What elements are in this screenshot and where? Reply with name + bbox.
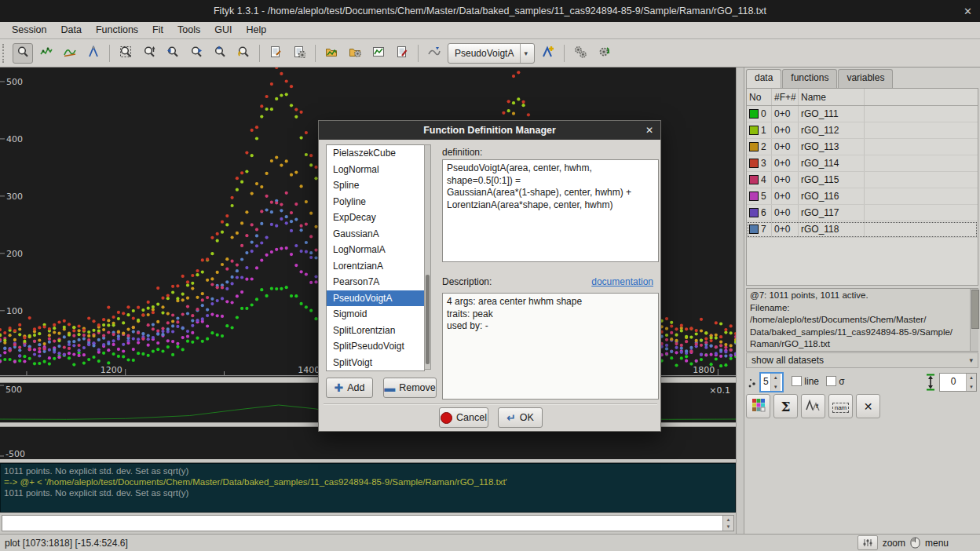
menu-fit[interactable]: Fit xyxy=(145,22,170,38)
checkbox-icon[interactable] xyxy=(826,376,836,386)
menu-data[interactable]: Data xyxy=(53,22,88,38)
close-panel-icon: ✕ xyxy=(864,400,873,413)
function-list-item[interactable]: SplitLorentzian xyxy=(327,323,424,339)
remove-button[interactable]: ▬Remove xyxy=(383,378,437,398)
save-plot-button[interactable] xyxy=(368,43,389,64)
session-settings-button[interactable] xyxy=(289,43,309,64)
dataset-color-swatch[interactable] xyxy=(749,208,759,217)
dataset-color-swatch[interactable] xyxy=(749,142,759,151)
run-fit-button[interactable] xyxy=(570,43,591,64)
function-type-combobox[interactable]: PseudoVoigtA ▾ xyxy=(448,43,535,64)
point-size-spinner[interactable]: 5 ▲▼ xyxy=(760,373,783,392)
function-list-item[interactable]: PielaszekCube xyxy=(327,145,424,162)
zoom-vertical-button[interactable] xyxy=(139,43,159,64)
dialog-title-bar[interactable]: Function Definition Manager ✕ xyxy=(319,121,660,140)
menu-tools[interactable]: Tools xyxy=(170,22,207,38)
open-data-button[interactable] xyxy=(321,43,342,64)
mode-add-peak-button[interactable] xyxy=(83,43,104,64)
tab-functions[interactable]: functions xyxy=(782,69,837,88)
table-row[interactable]: 10+0rGO_112 xyxy=(747,122,978,139)
sum-button[interactable]: Σ xyxy=(773,394,798,418)
function-list-item[interactable]: PseudoVoigtA xyxy=(327,290,424,307)
dataset-color-swatch[interactable] xyxy=(749,175,759,184)
close-panel-button[interactable]: ✕ xyxy=(856,394,880,418)
spinner-arrows[interactable]: ▲▼ xyxy=(966,374,976,391)
function-list-item[interactable]: LogNormal xyxy=(327,162,424,178)
function-list[interactable]: PielaszekCubeLogNormalSplinePolylineExpD… xyxy=(326,144,425,371)
aux-plot-2[interactable]: -500 xyxy=(0,427,736,459)
function-list-item[interactable]: Pearson7A xyxy=(327,274,424,290)
function-list-scrollbar[interactable] xyxy=(424,144,431,370)
ok-button[interactable]: ↵OK xyxy=(498,407,543,428)
checkbox-icon[interactable] xyxy=(792,376,802,386)
functions-peaks-button[interactable]: f xyxy=(801,394,825,418)
open-data-custom-button[interactable] xyxy=(345,43,365,64)
y-shift-spinner[interactable]: 0 ▲▼ xyxy=(939,373,977,392)
zoom-all-button[interactable] xyxy=(115,43,136,64)
dataset-color-swatch[interactable] xyxy=(749,109,759,119)
command-history-scroll[interactable]: ▲▼ xyxy=(722,516,733,531)
documentation-link[interactable]: documentation xyxy=(591,276,653,287)
add-function-button[interactable] xyxy=(538,43,558,64)
mode-baseline-button[interactable] xyxy=(60,43,80,64)
function-list-item[interactable]: LorentzianA xyxy=(327,258,424,275)
function-list-item[interactable]: GaussianA xyxy=(327,226,424,243)
mode-zoom-button[interactable] xyxy=(13,43,33,64)
mode-data-range-button[interactable] xyxy=(36,43,57,64)
sigma-checkbox[interactable]: σ xyxy=(826,376,845,387)
tab-variables[interactable]: variables xyxy=(838,69,893,88)
fit-settings-button[interactable] xyxy=(594,43,614,64)
scroll-right-button[interactable] xyxy=(186,43,207,64)
table-row[interactable]: 40+0rGO_115 xyxy=(747,172,978,188)
line-checkbox[interactable]: line xyxy=(792,376,819,387)
scroll-up-button[interactable] xyxy=(210,43,230,64)
table-row[interactable]: 30+0rGO_114 xyxy=(747,155,978,172)
table-row[interactable]: 60+0rGO_117 xyxy=(747,205,978,221)
menu-gui[interactable]: GUI xyxy=(207,22,239,38)
output-console[interactable]: 1011 points. No explicit std. dev. Set a… xyxy=(0,463,736,513)
function-list-item[interactable]: Spline xyxy=(327,177,424,194)
view-log-button[interactable] xyxy=(392,43,412,64)
dataset-color-swatch[interactable] xyxy=(749,192,759,201)
tab-data[interactable]: data xyxy=(746,69,781,88)
toolbar-grip[interactable] xyxy=(2,44,8,63)
spinner-arrows[interactable]: ▲▼ xyxy=(770,374,781,391)
function-list-item[interactable]: Sigmoid xyxy=(327,306,424,323)
script-editor-button[interactable] xyxy=(265,43,286,64)
data-point xyxy=(280,287,283,290)
panel-splitter[interactable] xyxy=(736,68,744,534)
table-row[interactable]: 20+0rGO_113 xyxy=(747,139,978,155)
function-list-item[interactable]: SplitVoigt xyxy=(327,355,424,371)
function-list-item[interactable]: LogNormalA xyxy=(327,242,424,258)
command-input[interactable] xyxy=(2,516,722,531)
dataset-filter-dropdown[interactable]: show all datasets ▾ xyxy=(746,352,978,368)
dataset-color-swatch[interactable] xyxy=(749,159,759,168)
info-scrollbar[interactable] xyxy=(970,289,978,351)
fit-vertical-icon[interactable] xyxy=(925,374,936,391)
dataset-color-swatch[interactable] xyxy=(749,224,759,234)
zoom-previous-button[interactable] xyxy=(233,43,254,64)
dataset-colors-button[interactable] xyxy=(746,394,770,418)
cancel-button[interactable]: Cancel xyxy=(439,407,488,428)
dataset-info-box[interactable]: @7: 1011 points, 1011 active. Filename: … xyxy=(746,288,978,352)
menu-session[interactable]: Session xyxy=(5,22,53,38)
definition-textarea[interactable]: PseudoVoigtA(area, center, hwhm, shape=0… xyxy=(442,159,659,262)
table-row[interactable]: 50+0rGO_116 xyxy=(747,188,978,205)
data-transform-button[interactable] xyxy=(424,43,444,64)
function-list-item[interactable]: ExpDecay xyxy=(327,210,424,226)
status-config-button[interactable] xyxy=(858,535,878,550)
menu-help[interactable]: Help xyxy=(239,22,273,38)
dataset-color-swatch[interactable] xyxy=(749,126,759,135)
scroll-left-button[interactable] xyxy=(163,43,183,64)
title-bar[interactable]: Fityk 1.3.1 - /home/aleplo/test/Document… xyxy=(0,0,980,22)
function-list-item[interactable]: Polyline xyxy=(327,194,424,210)
data-point xyxy=(517,97,520,100)
table-row[interactable]: 70+0rGO_118 xyxy=(747,221,978,238)
function-list-item[interactable]: SplitPseudoVoigt xyxy=(327,338,424,355)
add-button[interactable]: ✚Add xyxy=(326,378,373,398)
name-labels-button[interactable]: nam xyxy=(828,394,853,418)
menu-functions[interactable]: Functions xyxy=(89,22,145,38)
dialog-close-button[interactable]: ✕ xyxy=(645,121,653,140)
table-row[interactable]: 00+0rGO_111 xyxy=(747,106,978,122)
window-close-button[interactable]: ✕ xyxy=(964,0,972,22)
